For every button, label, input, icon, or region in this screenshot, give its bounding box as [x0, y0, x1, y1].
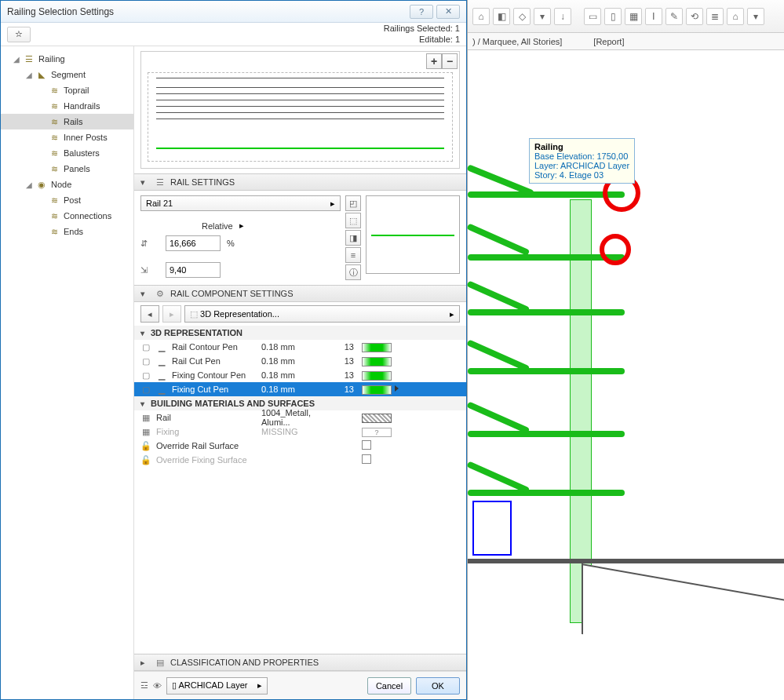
material-missing-swatch[interactable]: ?: [362, 428, 392, 437]
relative-value-input[interactable]: [166, 235, 221, 251]
subhead-label: 3D REPRESENTATION: [151, 328, 242, 337]
rail-settings-body: Rail 21▸ Relative ▸ ⇵ % ⇲: [134, 191, 466, 285]
tree-arrow-icon: ◢: [5, 55, 20, 64]
add-rail-button[interactable]: +: [426, 53, 442, 69]
toolbar-icon[interactable]: ▾: [747, 8, 764, 25]
relative-arrow-icon[interactable]: ▸: [239, 221, 244, 231]
pen-row-rail-contour-pen[interactable]: ▢▁Rail Contour Pen0.18 mm13: [134, 340, 466, 354]
tree-item-balusters[interactable]: ≋Balusters: [1, 145, 133, 161]
tab-marquee[interactable]: ) / Marquee, All Stories]: [472, 37, 562, 46]
tree-item-toprail[interactable]: ≋Toprail: [1, 82, 133, 98]
pen-size: 0.18 mm: [261, 356, 332, 366]
3d-representation-header[interactable]: ▾ 3D REPRESENTATION: [134, 326, 466, 340]
toolbar-icon[interactable]: ≣: [706, 8, 724, 25]
layer-icon[interactable]: ☲: [140, 680, 148, 691]
material-icon: 🔓: [140, 441, 151, 451]
help-button[interactable]: ?: [410, 5, 433, 19]
tree-item-label: Post: [64, 195, 129, 205]
toolbar-icon[interactable]: Ⅰ: [645, 8, 662, 25]
component-tree[interactable]: ◢☰Railing◢◣Segment≋Toprail≋Handrails≋Rai…: [1, 46, 134, 699]
info-icon[interactable]: ⓘ: [345, 264, 361, 280]
tree-item-rails[interactable]: ≋Rails: [1, 114, 133, 129]
toolbar-icon[interactable]: ↓: [554, 8, 571, 25]
pen-row-fixing-cut-pen[interactable]: ▢▁Fixing Cut Pen0.18 mm13: [134, 382, 466, 396]
pen-swatch[interactable]: [362, 371, 392, 381]
drawing-canvas[interactable]: Railing Base Elevation: 1750,00 Layer: A…: [468, 50, 784, 700]
material-row-rail[interactable]: ▦Rail1004_Metall, Alumi...: [134, 410, 466, 425]
railing-icon: ☰: [23, 54, 35, 64]
dropdown-arrow-icon[interactable]: [395, 385, 399, 392]
material-icon: 🔓: [140, 455, 151, 465]
pen-line-icon: ▁: [156, 342, 167, 352]
tree-item-connections[interactable]: ≋Connections: [1, 208, 133, 224]
tree-item-label: Panels: [64, 164, 129, 173]
pen-row-rail-cut-pen[interactable]: ▢▁Rail Cut Pen0.18 mm13: [134, 354, 466, 368]
tab-report[interactable]: [Report]: [593, 37, 624, 46]
panel-title: CLASSIFICATION AND PROPERTIES: [170, 658, 319, 667]
representation-dropdown[interactable]: ⬚ 3D Representation...▸: [184, 305, 460, 323]
pen-row-fixing-contour-pen[interactable]: ▢▁Fixing Contour Pen0.18 mm13: [134, 368, 466, 382]
railing-diag: [466, 280, 530, 313]
nav-next-button[interactable]: ▸: [162, 305, 181, 323]
nav-prev-button[interactable]: ◂: [140, 305, 159, 323]
toolbar-icon[interactable]: ⌂: [472, 8, 490, 25]
collapse-icon: ▾: [140, 177, 150, 188]
remove-rail-button[interactable]: −: [442, 53, 458, 69]
eye-icon[interactable]: 👁: [153, 681, 162, 691]
toolbar-icon[interactable]: ▦: [625, 8, 642, 25]
view-sect-icon[interactable]: ≡: [345, 247, 361, 263]
collapse-icon: ▾: [140, 289, 150, 299]
view-side-icon[interactable]: ◨: [345, 230, 361, 246]
dialog-titlebar[interactable]: Railing Selection Settings ? ✕: [1, 1, 466, 23]
classification-header[interactable]: ▸ ▤ CLASSIFICATION AND PROPERTIES: [134, 654, 466, 671]
tree-item-railing[interactable]: ◢☰Railing: [1, 51, 133, 67]
toolbar-icon[interactable]: ⟲: [686, 8, 703, 25]
segment-preview[interactable]: + −: [140, 51, 460, 169]
toolbar-icon[interactable]: ⌂: [727, 8, 744, 25]
tree-item-segment[interactable]: ◢◣Segment: [1, 67, 133, 82]
collapse-icon: ▾: [140, 399, 144, 408]
toolbar-icon[interactable]: ◧: [493, 8, 510, 25]
material-swatch[interactable]: [362, 414, 392, 423]
ok-button[interactable]: OK: [416, 677, 460, 695]
pen-swatch[interactable]: [362, 357, 392, 366]
pen-size: 0.18 mm: [261, 385, 332, 394]
tree-item-post[interactable]: ≋Post: [1, 192, 133, 208]
pen-label: Rail Cut Pen: [172, 356, 221, 366]
profile-preview: [366, 195, 460, 274]
railing-bar: [468, 309, 625, 315]
toolbar-icon[interactable]: ▭: [584, 8, 601, 25]
rail-name-dropdown[interactable]: Rail 21▸: [140, 195, 341, 211]
view-3d-icon[interactable]: ⬚: [345, 213, 361, 228]
ground-slab: [468, 559, 784, 563]
rail-component-header[interactable]: ▾ ⚙ RAIL COMPONENT SETTINGS: [134, 285, 466, 302]
toolbar-icon[interactable]: ▾: [534, 8, 551, 25]
settings-content: + − ▾ ☰ RAIL SETTINGS: [134, 46, 466, 699]
rail-icon: ☰: [156, 177, 164, 188]
offset-value-input[interactable]: [166, 262, 221, 278]
toolbar-icon[interactable]: ✎: [665, 8, 683, 25]
panel-title: RAIL SETTINGS: [170, 177, 235, 187]
layer-dropdown[interactable]: ▯ ARCHICAD Layer▸: [166, 677, 268, 695]
view-top-icon[interactable]: ◰: [345, 195, 361, 211]
favorites-button[interactable]: ☆: [7, 27, 31, 42]
toolbar-icon[interactable]: ◇: [513, 8, 531, 25]
tree-item-node[interactable]: ◢◉Node: [1, 177, 133, 192]
override-checkbox[interactable]: [362, 440, 371, 450]
repr-dropdown-label: 3D Representation...: [200, 309, 279, 319]
pen-icon: ▢: [140, 342, 151, 352]
rail-settings-header[interactable]: ▾ ☰ RAIL SETTINGS: [134, 173, 466, 191]
rail-icon: ≋: [48, 117, 60, 127]
tree-item-panels[interactable]: ≋Panels: [1, 161, 133, 177]
toolbar-icon[interactable]: ▯: [604, 8, 622, 25]
pen-swatch[interactable]: [362, 385, 392, 395]
element-tooltip: Railing Base Elevation: 1750,00 Layer: A…: [529, 138, 635, 184]
close-button[interactable]: ✕: [436, 5, 460, 19]
material-row-override-rail-surface[interactable]: 🔓Override Rail Surface: [134, 439, 466, 453]
tree-item-ends[interactable]: ≋Ends: [1, 224, 133, 239]
tree-item-handrails[interactable]: ≋Handrails: [1, 98, 133, 114]
pen-swatch[interactable]: [362, 343, 392, 352]
tree-item-inner-posts[interactable]: ≋Inner Posts: [1, 129, 133, 145]
material-row-fixing: ▦FixingMISSING?: [134, 425, 466, 439]
cancel-button[interactable]: Cancel: [367, 677, 411, 695]
